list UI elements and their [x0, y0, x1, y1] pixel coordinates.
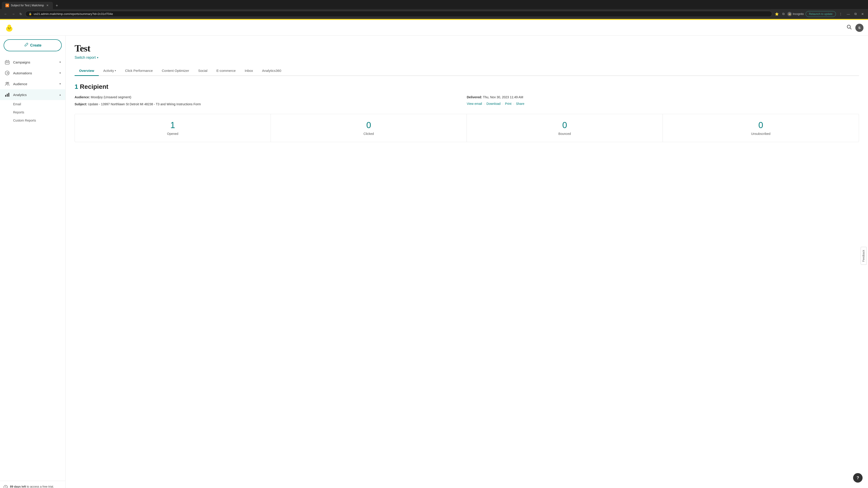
- info-right: Delivered: Thu, Nov 30, 2023 11:49 AM Vi…: [467, 95, 859, 107]
- tab-activity-label: Activity: [103, 69, 114, 72]
- sidebar-item-automations[interactable]: Automations ▾: [0, 68, 65, 78]
- back-button[interactable]: ←: [3, 11, 8, 17]
- svg-point-17: [7, 82, 9, 84]
- switch-report-button[interactable]: Switch report ▾: [74, 56, 98, 60]
- switch-report-chevron: ▾: [97, 56, 98, 59]
- browser-menu-button[interactable]: ⋮: [838, 11, 844, 17]
- recipient-heading: 1 Recipient: [74, 83, 859, 90]
- share-link[interactable]: Share: [516, 102, 524, 105]
- close-window-button[interactable]: ✕: [860, 11, 865, 17]
- svg-rect-19: [7, 94, 8, 97]
- create-button[interactable]: Create: [4, 39, 62, 51]
- stat-unsubscribed-value: 0: [667, 121, 854, 130]
- lock-icon: 🔒: [29, 12, 32, 15]
- print-link[interactable]: Print: [505, 102, 512, 105]
- sidebar-sub-reports[interactable]: Reports: [0, 108, 65, 116]
- tab-content-optimizer[interactable]: Content Optimizer: [157, 66, 194, 76]
- minimize-button[interactable]: —: [845, 11, 851, 17]
- svg-rect-13: [7, 62, 8, 63]
- extensions-area: 🕵 Incognito: [787, 12, 804, 16]
- tab-analytics360-label: Analytics360: [262, 69, 281, 72]
- browser-tab-active[interactable]: M Subject for Test | Mailchimp ✕: [2, 2, 53, 9]
- incognito-icon: 🕵: [787, 12, 792, 16]
- audience-label: Audience: [13, 82, 56, 86]
- header-actions: S: [847, 24, 864, 32]
- new-tab-button[interactable]: +: [54, 2, 60, 9]
- subject-row: Subject: Update - 13997 Northlawn St Det…: [74, 102, 467, 107]
- automations-label: Automations: [13, 71, 56, 75]
- stat-bounced-value: 0: [471, 121, 658, 130]
- header-search-button[interactable]: [847, 25, 852, 31]
- incognito-badge: 🕵 Incognito: [787, 12, 804, 16]
- analytics-chevron: ▴: [59, 93, 61, 96]
- browser-toolbar: ← → ↻ 🔒 us21.admin.mailchimp.com/reports…: [0, 9, 868, 19]
- pencil-icon: [24, 42, 29, 48]
- tab-social-label: Social: [198, 69, 208, 72]
- audience-chevron: ▾: [59, 82, 61, 86]
- incognito-label: Incognito: [793, 12, 804, 15]
- stats-grid: 1 Opened 0 Clicked 0 Bounced 0 Unsubscri…: [74, 114, 859, 142]
- tab-ecommerce-label: E-commerce: [217, 69, 236, 72]
- sidebar-item-analytics[interactable]: Analytics ▴: [0, 89, 65, 100]
- view-email-link[interactable]: View email: [467, 102, 482, 105]
- relaunch-button[interactable]: Relaunch to update: [806, 11, 836, 17]
- tab-social[interactable]: Social: [194, 66, 212, 76]
- stat-opened-value: 1: [79, 121, 266, 130]
- activity-chevron: ▾: [115, 69, 116, 72]
- recipient-label: Recipient: [80, 83, 108, 90]
- stat-clicked-value: 0: [275, 121, 462, 130]
- sidebar-item-audience[interactable]: Audience ▾: [0, 78, 65, 89]
- stat-opened-label: Opened: [79, 132, 266, 135]
- bookmark-button[interactable]: ⭐: [774, 11, 780, 17]
- sidebar-sub-custom-reports[interactable]: Custom Reports: [0, 116, 65, 125]
- svg-rect-14: [8, 62, 8, 63]
- tab-analytics360[interactable]: Analytics360: [257, 66, 286, 76]
- svg-text:🕵: 🕵: [788, 13, 791, 15]
- recipient-count: 1: [74, 83, 78, 90]
- analytics-icon: [4, 92, 10, 97]
- tab-inbox[interactable]: Inbox: [240, 66, 258, 76]
- app-logo[interactable]: [4, 23, 14, 33]
- tab-overview[interactable]: Overview: [74, 66, 99, 76]
- url-text: us21.admin.mailchimp.com/reports/summary…: [34, 12, 769, 15]
- switch-report-label: Switch report: [74, 56, 96, 60]
- automations-icon: [4, 70, 10, 76]
- delivered-label: Delivered:: [467, 95, 482, 99]
- tabs-bar: Overview Activity ▾ Click Performance Co…: [74, 66, 859, 76]
- stat-bounced-label: Bounced: [471, 132, 658, 135]
- tab-activity[interactable]: Activity ▾: [99, 66, 121, 76]
- delivered-value: Thu, Nov 30, 2023 11:49 AM: [483, 95, 523, 99]
- help-button[interactable]: ?: [853, 473, 863, 483]
- tab-title: Subject for Test | Mailchimp: [11, 4, 44, 7]
- info-left: Audience: Moodjoy (Unsaved segment) Subj…: [74, 95, 467, 107]
- campaign-info: Audience: Moodjoy (Unsaved segment) Subj…: [74, 95, 859, 107]
- close-tab-button[interactable]: ✕: [46, 4, 49, 7]
- feedback-tab[interactable]: Feedback: [861, 247, 867, 265]
- app-header: S: [0, 20, 868, 36]
- info-actions: View email · Download · Print · Share: [467, 102, 859, 105]
- svg-line-10: [850, 28, 851, 29]
- svg-rect-20: [8, 93, 9, 97]
- stat-opened: 1 Opened: [75, 114, 271, 142]
- download-link[interactable]: Download: [487, 102, 500, 105]
- create-label: Create: [30, 43, 41, 47]
- sidebar-item-campaigns[interactable]: Campaigns ▾: [0, 57, 65, 68]
- svg-text:M: M: [6, 4, 8, 6]
- sep-3: ·: [513, 102, 514, 105]
- svg-point-8: [7, 25, 11, 28]
- tab-click-performance[interactable]: Click Performance: [121, 66, 157, 76]
- tab-ecommerce[interactable]: E-commerce: [212, 66, 240, 76]
- reload-button[interactable]: ↻: [18, 11, 24, 17]
- sep-2: ·: [502, 102, 503, 105]
- address-bar[interactable]: 🔒 us21.admin.mailchimp.com/reports/summa…: [25, 11, 772, 17]
- split-view-button[interactable]: ⧉: [781, 11, 785, 17]
- main-content: Test Switch report ▾ Overview Activity ▾…: [66, 36, 868, 488]
- sidebar-sub-email[interactable]: Email: [0, 100, 65, 108]
- restore-button[interactable]: ⧉: [853, 11, 858, 17]
- audience-row: Audience: Moodjoy (Unsaved segment): [74, 95, 467, 100]
- tab-bar: M Subject for Test | Mailchimp ✕ +: [0, 0, 868, 9]
- tab-content-optimizer-label: Content Optimizer: [162, 69, 189, 72]
- stat-clicked: 0 Clicked: [271, 114, 467, 142]
- user-avatar[interactable]: S: [855, 24, 864, 32]
- forward-button[interactable]: →: [10, 11, 16, 17]
